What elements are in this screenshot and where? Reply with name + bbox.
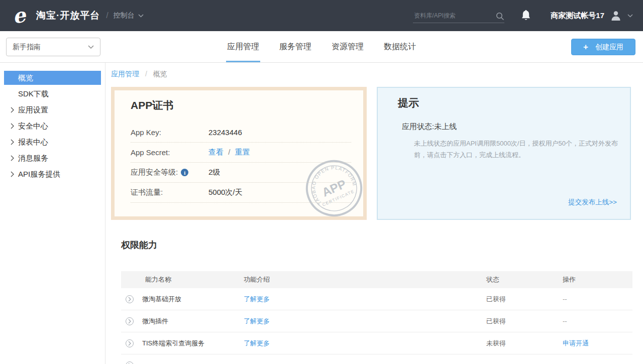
tab-app-management[interactable]: 应用管理 (227, 31, 259, 62)
learn-more-link[interactable]: 了解更多 (244, 317, 270, 325)
page-body: 概览 SDK下载 应用设置 安全中心 报表中心 消息服务 API服务提供 (0, 63, 643, 364)
traffic-row: 证书流量: 5000次/天 (131, 183, 351, 203)
chevron-right-icon (11, 139, 14, 145)
permissions-table: 能力名称 功能介绍 状态 操作 微淘基础开放 了解更多 已获得 -- (121, 271, 632, 364)
search-box[interactable] (413, 9, 504, 23)
app-key-row: App Key: 23243446 (131, 123, 351, 143)
security-level-row: 应用安全等级: i 2级 (131, 163, 351, 183)
main-tabs: 应用管理 服务管理 资源管理 数据统计 (217, 31, 426, 62)
capability-name: 微淘插件 (142, 317, 168, 325)
security-level-label: 应用安全等级: (131, 168, 178, 177)
chevron-right-icon (11, 107, 14, 113)
link-separator: / (228, 148, 230, 156)
console-menu[interactable]: 控制台 (114, 11, 135, 20)
chevron-down-icon[interactable] (627, 14, 633, 18)
table-row: 微淘基础开放 了解更多 已获得 -- (121, 288, 632, 310)
create-app-button[interactable]: + 创建应用 (571, 39, 635, 55)
chevron-down-icon (88, 45, 94, 49)
chevron-right-icon (11, 171, 14, 177)
breadcrumb-current: 概览 (153, 70, 167, 78)
table-row: TIS终端索引查询服务 了解更多 未获得 申请开通 (121, 332, 632, 354)
sidebar-item-api-service[interactable]: API服务提供 (0, 167, 105, 181)
expand-row-icon[interactable] (126, 361, 134, 364)
status-text: 已获得 (486, 295, 563, 304)
taobao-open-logo-icon: e (6, 3, 33, 28)
tip-card-title: 提示 (398, 96, 617, 110)
sidebar-item-sdk-download[interactable]: SDK下载 (0, 87, 105, 101)
chevron-right-icon (11, 123, 14, 129)
header-status: 状态 (486, 275, 563, 284)
cards-row: APP证书 App Key: 23243446 App Secret: 查看 /… (111, 87, 633, 220)
app-key-value: 23243446 (208, 128, 242, 137)
sidebar-item-app-settings[interactable]: 应用设置 (0, 103, 105, 117)
breadcrumb: 应用管理 / 概览 (111, 70, 633, 79)
tab-data-statistics[interactable]: 数据统计 (384, 31, 416, 62)
plus-icon: + (583, 42, 588, 52)
app-secret-row: App Secret: 查看 / 重置 (131, 143, 351, 163)
view-secret-link[interactable]: 查看 (208, 148, 224, 156)
table-header-row: 能力名称 功能介绍 状态 操作 (121, 271, 632, 288)
app-key-label: App Key: (131, 128, 208, 137)
app-status-text: 应用状态:未上线 (402, 122, 617, 132)
no-action-text: -- (563, 317, 567, 325)
capability-name: 微淘基础开放 (142, 295, 181, 303)
no-action-text: -- (563, 295, 567, 303)
topbar: e 淘宝·开放平台 / 控制台 商家测试帐号17 (0, 0, 643, 31)
notification-bell-icon[interactable] (520, 10, 531, 22)
subheader: 新手指南 应用管理 服务管理 资源管理 数据统计 + 创建应用 (0, 31, 643, 63)
security-level-value: 2级 (208, 168, 220, 177)
brand-area: e 淘宝·开放平台 / 控制台 (7, 5, 144, 27)
search-input[interactable] (414, 12, 493, 19)
main-content: 应用管理 / 概览 APP证书 App Key: 23243446 App Se… (105, 63, 643, 364)
tip-card: 提示 应用状态:未上线 未上线状态的应用API调用限5000次/日，授权用户50… (377, 87, 631, 220)
certificate-card-title: APP证书 (131, 98, 351, 112)
header-operation: 操作 (563, 275, 632, 284)
capability-name: TIS终端索引查询服务 (142, 339, 204, 347)
chevron-down-icon[interactable] (138, 14, 144, 18)
chevron-right-icon (11, 155, 14, 161)
guide-select[interactable]: 新手指南 (6, 38, 100, 56)
guide-select-value: 新手指南 (13, 43, 41, 52)
permissions-section: 权限能力 能力名称 功能介绍 状态 操作 微淘基础开放 了解更多 (121, 239, 633, 364)
permissions-title: 权限能力 (121, 239, 633, 251)
account-name: 商家测试帐号17 (551, 11, 604, 21)
table-row-partial (121, 354, 632, 364)
breadcrumb-separator: / (145, 70, 147, 78)
table-row: 微淘插件 了解更多 已获得 -- (121, 310, 632, 332)
traffic-label: 证书流量: (131, 188, 208, 197)
traffic-value: 5000次/天 (208, 188, 243, 197)
sidebar: 概览 SDK下载 应用设置 安全中心 报表中心 消息服务 API服务提供 (0, 63, 105, 364)
brand-separator: / (106, 11, 108, 20)
submit-publish-link[interactable]: 提交发布上线>> (568, 198, 617, 207)
app-secret-label: App Secret: (131, 148, 208, 157)
learn-more-link[interactable]: 了解更多 (244, 339, 270, 347)
status-text: 已获得 (486, 317, 563, 326)
tab-resource-management[interactable]: 资源管理 (332, 31, 364, 62)
expand-row-icon[interactable] (126, 317, 134, 325)
brand-title[interactable]: 淘宝·开放平台 (36, 9, 100, 22)
app-certificate-card: APP证书 App Key: 23243446 App Secret: 查看 /… (111, 87, 367, 220)
expand-row-icon[interactable] (126, 295, 134, 303)
learn-more-link[interactable]: 了解更多 (244, 295, 270, 303)
header-capability-name: 能力名称 (121, 275, 244, 284)
breadcrumb-parent-link[interactable]: 应用管理 (111, 70, 139, 78)
info-icon[interactable]: i (181, 169, 188, 176)
reset-secret-link[interactable]: 重置 (235, 148, 250, 156)
sidebar-item-security-center[interactable]: 安全中心 (0, 119, 105, 133)
user-avatar-icon (610, 10, 621, 21)
account-menu[interactable]: 商家测试帐号17 (551, 10, 633, 21)
expand-row-icon[interactable] (126, 339, 134, 347)
status-text: 未获得 (486, 339, 563, 348)
page: e 淘宝·开放平台 / 控制台 商家测试帐号17 (0, 0, 643, 364)
tip-description: 未上线状态的应用API调用限5000次/日，授权用户50个，正式对外发布前，请点… (414, 138, 619, 161)
sidebar-item-overview[interactable]: 概览 (4, 71, 101, 85)
tab-service-management[interactable]: 服务管理 (279, 31, 311, 62)
search-icon[interactable] (496, 12, 504, 21)
topbar-right: 商家测试帐号17 (413, 9, 633, 23)
apply-open-link[interactable]: 申请开通 (563, 339, 589, 347)
sidebar-item-report-center[interactable]: 报表中心 (0, 135, 105, 149)
sidebar-item-message-service[interactable]: 消息服务 (0, 151, 105, 165)
header-feature-intro: 功能介绍 (244, 275, 486, 284)
